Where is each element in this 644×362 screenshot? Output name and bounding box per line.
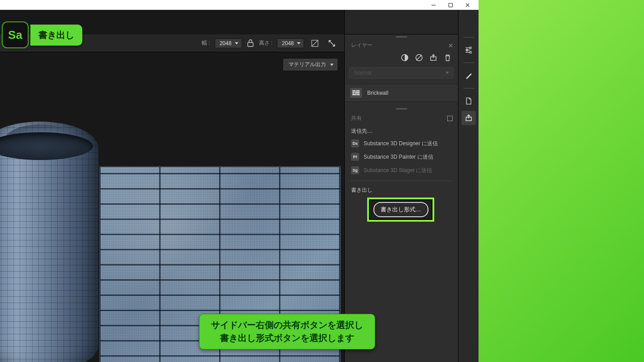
fullscreen-icon[interactable]: [326, 37, 338, 50]
svg-rect-1: [449, 3, 452, 7]
caption-line-2: 書き出し形式ボタンを選択します: [211, 332, 363, 345]
divider: [350, 181, 453, 181]
side-panels: レイヤー ✕ Normal Brickwall 共有 送信先…: [344, 10, 458, 362]
width-select[interactable]: 2048: [215, 38, 242, 48]
designer-label: Substance 3D Designer に送信: [364, 140, 438, 147]
export-as-button[interactable]: 書き出し形式…: [373, 202, 428, 217]
height-label: 高さ :: [259, 39, 273, 47]
material-output-select[interactable]: マテリアル出力: [283, 58, 338, 71]
painter-badge-icon: Pt: [351, 153, 359, 161]
send-to-label: 送信先…: [345, 124, 458, 137]
height-select[interactable]: 2048: [277, 38, 304, 48]
designer-badge-icon: Ds: [351, 139, 359, 147]
layers-title: レイヤー: [351, 42, 373, 49]
layer-thumb-icon: [350, 88, 362, 98]
layer-name: Brickwall: [367, 90, 388, 96]
svg-rect-14: [356, 90, 360, 92]
svg-line-10: [416, 55, 422, 60]
stager-badge-icon: Sg: [351, 166, 359, 174]
send-to-designer[interactable]: Ds Substance 3D Designer に送信: [345, 137, 458, 150]
close-button[interactable]: [459, 0, 476, 9]
app-badge: Sa 書き出し: [2, 21, 82, 48]
export-button-highlight: 書き出し形式…: [367, 198, 434, 222]
svg-rect-13: [352, 90, 356, 92]
uv-icon[interactable]: [309, 37, 321, 50]
tutorial-caption: サイドバー右側の共有ボタンを選択し 書き出し形式ボタンを選択します: [199, 314, 375, 349]
svg-line-7: [330, 41, 335, 46]
rail-settings-icon[interactable]: [462, 43, 476, 57]
svg-rect-18: [356, 94, 360, 95]
mask-off-icon[interactable]: [415, 54, 423, 62]
svg-rect-4: [248, 42, 253, 46]
share-panel-header: 共有: [345, 111, 458, 124]
viewport-3d[interactable]: 幅 : 2048 高さ : 2048 マテリアル出力: [0, 10, 344, 362]
layer-item[interactable]: Brickwall: [345, 84, 458, 102]
layers-panel-header: レイヤー ✕: [345, 39, 458, 52]
panel-drag-handle-2[interactable]: [345, 106, 458, 111]
lock-icon[interactable]: [246, 39, 254, 47]
window-titlebar: [0, 0, 479, 10]
layers-close-icon[interactable]: ✕: [448, 42, 453, 49]
app-window: Sa 書き出し 幅 : 2048 高さ : 2048 マテリアル出力: [0, 0, 479, 362]
send-to-stager[interactable]: Sg Substance 3D Stager に送信: [345, 164, 458, 177]
send-to-painter[interactable]: Pt Substance 3D Painter に送信: [345, 150, 458, 164]
svg-point-21: [470, 51, 471, 53]
app-badge-label: 書き出し: [30, 25, 82, 46]
rail-document-icon[interactable]: [462, 94, 476, 108]
stager-label: Substance 3D Stager に送信: [364, 167, 432, 174]
svg-rect-16: [355, 92, 360, 93]
export-label: 書き出し: [351, 186, 452, 194]
preview-cylinder: [0, 122, 98, 362]
trash-icon[interactable]: [444, 54, 452, 62]
rail-share-icon[interactable]: [462, 111, 476, 125]
svg-point-19: [470, 47, 471, 49]
maximize-button[interactable]: [442, 0, 459, 9]
share-title: 共有: [351, 114, 362, 122]
right-tool-rail: [458, 10, 479, 362]
painter-label: Substance 3D Painter に送信: [364, 153, 433, 161]
minimize-button[interactable]: [425, 0, 442, 9]
blend-mode-select[interactable]: Normal: [349, 67, 453, 79]
mask-circle-icon[interactable]: [401, 54, 409, 62]
export-layer-icon[interactable]: [429, 54, 437, 62]
rail-brush-icon[interactable]: [462, 68, 476, 83]
svg-rect-17: [352, 94, 356, 95]
share-panel-toggle-icon[interactable]: [447, 116, 453, 121]
layer-toolbar: [345, 52, 458, 65]
panel-drag-handle[interactable]: [345, 34, 458, 39]
svg-rect-15: [352, 92, 355, 93]
app-logo-icon: Sa: [2, 21, 29, 48]
caption-line-1: サイドバー右側の共有ボタンを選択し: [211, 319, 363, 332]
width-label: 幅 :: [202, 39, 210, 47]
svg-line-6: [312, 40, 318, 46]
